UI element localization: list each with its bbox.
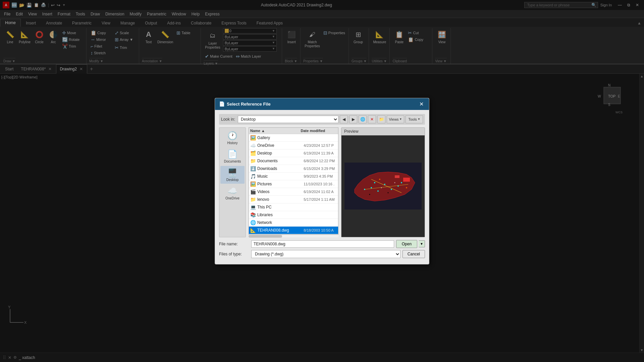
file-type-label: Files of type:: [219, 252, 249, 256]
dialog-toolbar: Look in: Desktop ◀ ▶ 🌐 ✕ 📁 Views ▼ Tools…: [219, 114, 425, 125]
libraries-icon: 📚: [250, 212, 256, 218]
svg-rect-21: [395, 175, 399, 178]
file-name-input[interactable]: [251, 240, 394, 248]
folder-pictures-icon: 🖼️: [250, 181, 256, 187]
list-item-gallery[interactable]: 🖼️ Gallery: [249, 134, 338, 142]
documents-icon: 📄: [227, 149, 237, 159]
svg-rect-20: [403, 178, 410, 182]
list-item-videos[interactable]: 🎬 Videos 6/19/2024 11:02 A: [249, 188, 338, 196]
hscrollbar-area[interactable]: [249, 235, 338, 237]
list-item-downloads[interactable]: ⬇️ Downloads 6/15/2024 3:29 PM: [249, 165, 338, 173]
dialog-titlebar: 📄 Select Reference File ✕: [215, 98, 429, 110]
preview-label: Preview: [341, 128, 425, 135]
history-icon: 🕐: [227, 131, 237, 140]
look-in-label: Look in:: [221, 117, 235, 122]
dialog-preview: Preview: [341, 127, 425, 237]
svg-point-25: [388, 192, 389, 193]
dialog-file-area: Name ▲ Date modified 🖼️ Gallery ☁️ OneDr…: [249, 127, 338, 237]
nav-forward-btn[interactable]: ▶: [349, 115, 357, 123]
shortcut-onedrive[interactable]: ☁️ OneDrive: [220, 184, 245, 202]
list-item-documents[interactable]: 📁 Documents 6/8/2024 12:22 PM: [249, 157, 338, 165]
folder-lenovo-icon: 📁: [250, 197, 256, 202]
list-item-lenovo[interactable]: 📁 lenovo 5/17/2024 1:11 AM: [249, 196, 338, 203]
svg-point-19: [374, 182, 375, 183]
onedrive-icon: ☁️: [227, 186, 237, 196]
list-item-desktop[interactable]: 🗂️ Desktop 6/19/2024 11:39 A: [249, 149, 338, 157]
hscrollbar-thumb[interactable]: [249, 235, 282, 238]
dialog-title-icon: 📄: [219, 101, 225, 107]
dialog-bottom: File name: Open ▼ Files of type: Drawing…: [219, 240, 425, 258]
svg-point-15: [377, 190, 379, 192]
file-name-label: File name:: [219, 242, 249, 246]
dialog-title-text: Select Reference File: [227, 102, 271, 107]
list-item-pictures[interactable]: 🖼️ Pictures 11/10/2023 10:16 .: [249, 180, 338, 188]
cancel-button[interactable]: Cancel: [402, 250, 425, 258]
folder-onedrive-icon: ☁️: [250, 143, 256, 148]
file-list[interactable]: Name ▲ Date modified 🖼️ Gallery ☁️ OneDr…: [249, 127, 338, 235]
views-btn[interactable]: Views ▼: [387, 115, 404, 123]
svg-point-17: [401, 182, 402, 183]
folder-desktop-icon: 🗂️: [250, 150, 256, 156]
dialog-overlay: 📄 Select Reference File ✕ Look in: Deskt…: [0, 0, 644, 362]
tools-btn[interactable]: Tools ▼: [406, 115, 423, 123]
tools-label: Tools: [408, 117, 417, 121]
open-button[interactable]: Open: [396, 240, 417, 248]
views-label: Views: [389, 117, 398, 121]
svg-point-29: [379, 179, 380, 180]
cad-preview-svg: [344, 163, 422, 209]
list-item-tehran008[interactable]: 📐 TEHRAN008.dwg 8/18/2003 10:50 A: [249, 227, 338, 234]
file-list-header: Name ▲ Date modified: [249, 128, 338, 134]
file-type-field: Files of type: Drawing (*.dwg) Cancel: [219, 250, 425, 258]
dialog-body: Look in: Desktop ◀ ▶ 🌐 ✕ 📁 Views ▼ Tools…: [215, 110, 429, 264]
svg-point-28: [406, 187, 407, 188]
svg-point-26: [394, 182, 395, 183]
preview-content: [341, 135, 425, 237]
folder-documents-icon: 📁: [250, 158, 256, 164]
folder-downloads-icon: ⬇️: [250, 166, 256, 171]
list-item-libraries[interactable]: 📚 Libraries: [249, 211, 338, 219]
open-dropdown-btn[interactable]: ▼: [419, 240, 425, 247]
look-in-select[interactable]: Desktop: [238, 116, 338, 123]
nav-back-btn[interactable]: ◀: [340, 115, 348, 123]
thispc-icon: 💻: [250, 204, 256, 210]
list-item-thispc[interactable]: 💻 This PC: [249, 203, 338, 211]
svg-point-12: [371, 187, 372, 188]
network-icon: 🌐: [250, 220, 256, 225]
views-dropdown-icon: ▼: [399, 118, 402, 121]
folder-music-icon: 🎵: [250, 174, 256, 179]
desktop-icon: 🖥️: [227, 168, 237, 177]
folder-videos-icon: 🎬: [250, 189, 256, 194]
nav-create-folder-btn[interactable]: 📁: [377, 115, 385, 123]
svg-point-27: [369, 194, 370, 195]
list-item-network[interactable]: 🌐 Network: [249, 219, 338, 227]
list-item-onedrive[interactable]: ☁️ OneDrive 4/23/2024 12:57 P: [249, 142, 338, 149]
dialog-close-btn[interactable]: ✕: [418, 101, 425, 107]
dialog-open-btns: Open ▼: [396, 240, 425, 248]
nav-delete-btn[interactable]: ✕: [368, 115, 376, 123]
dialog-main: 🕐 History 📄 Documents 🖥️ Desktop ☁️ OneD…: [219, 127, 425, 237]
list-item-music[interactable]: 🎵 Music 9/9/2023 4:35 PM: [249, 173, 338, 180]
shortcut-history[interactable]: 🕐 History: [220, 129, 245, 147]
file-name-field: File name: Open ▼: [219, 240, 425, 248]
svg-point-16: [391, 189, 392, 190]
shortcut-desktop[interactable]: 🖥️ Desktop: [220, 166, 245, 184]
file-type-select[interactable]: Drawing (*.dwg): [251, 250, 400, 258]
shortcut-documents[interactable]: 📄 Documents: [220, 147, 245, 165]
nav-web-btn[interactable]: 🌐: [359, 115, 367, 123]
folder-gallery-icon: 🖼️: [250, 135, 256, 140]
dwg-file-icon: 📐: [250, 228, 256, 233]
tools-dropdown-icon: ▼: [418, 118, 420, 121]
svg-point-24: [381, 187, 382, 188]
select-reference-file-dialog: 📄 Select Reference File ✕ Look in: Deskt…: [215, 98, 429, 264]
dialog-sidebar: 🕐 History 📄 Documents 🖥️ Desktop ☁️ OneD…: [219, 127, 246, 237]
svg-point-13: [384, 184, 385, 185]
